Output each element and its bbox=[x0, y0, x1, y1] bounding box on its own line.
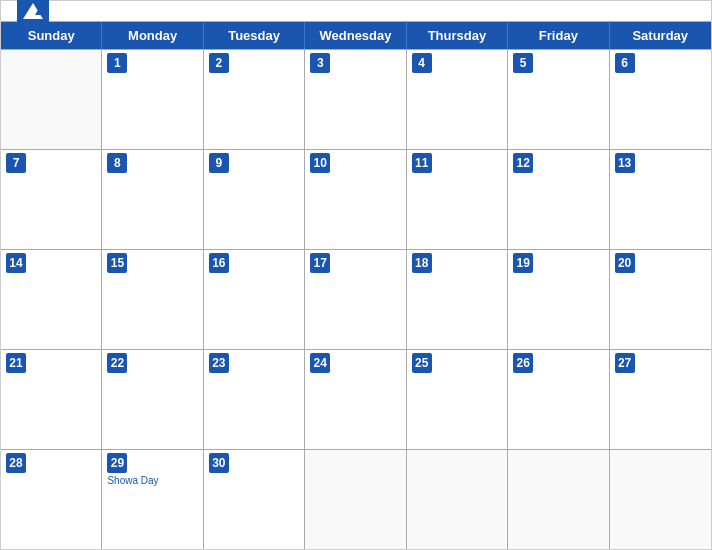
day-number: 11 bbox=[412, 153, 432, 173]
day-cell: 17 bbox=[305, 250, 406, 349]
day-cell: 15 bbox=[102, 250, 203, 349]
day-cell: 25 bbox=[407, 350, 508, 449]
day-number: 30 bbox=[209, 453, 229, 473]
day-number: 19 bbox=[513, 253, 533, 273]
day-number: 21 bbox=[6, 353, 26, 373]
day-cell: 9 bbox=[204, 150, 305, 249]
day-cell: 11 bbox=[407, 150, 508, 249]
week-row-3: 14151617181920 bbox=[1, 249, 711, 349]
day-number: 27 bbox=[615, 353, 635, 373]
day-cell bbox=[610, 450, 711, 549]
day-header-friday: Friday bbox=[508, 22, 609, 49]
day-number: 18 bbox=[412, 253, 432, 273]
day-cell: 30 bbox=[204, 450, 305, 549]
day-cell: 19 bbox=[508, 250, 609, 349]
day-number: 29 bbox=[107, 453, 127, 473]
day-cell bbox=[508, 450, 609, 549]
day-cell: 14 bbox=[1, 250, 102, 349]
day-cell bbox=[407, 450, 508, 549]
day-header-saturday: Saturday bbox=[610, 22, 711, 49]
day-number: 23 bbox=[209, 353, 229, 373]
week-row-5: 2829Showa Day30 bbox=[1, 449, 711, 549]
day-cell: 23 bbox=[204, 350, 305, 449]
day-number: 28 bbox=[6, 453, 26, 473]
day-number: 9 bbox=[209, 153, 229, 173]
calendar-grid: SundayMondayTuesdayWednesdayThursdayFrid… bbox=[1, 21, 711, 549]
day-cell: 5 bbox=[508, 50, 609, 149]
day-cell: 16 bbox=[204, 250, 305, 349]
calendar-container: SundayMondayTuesdayWednesdayThursdayFrid… bbox=[0, 0, 712, 550]
day-cell: 8 bbox=[102, 150, 203, 249]
day-number: 14 bbox=[6, 253, 26, 273]
day-cell bbox=[1, 50, 102, 149]
day-header-tuesday: Tuesday bbox=[204, 22, 305, 49]
day-cell: 2 bbox=[204, 50, 305, 149]
day-number: 7 bbox=[6, 153, 26, 173]
day-cell: 1 bbox=[102, 50, 203, 149]
day-number: 24 bbox=[310, 353, 330, 373]
logo bbox=[17, 0, 53, 27]
day-cell: 24 bbox=[305, 350, 406, 449]
day-number: 10 bbox=[310, 153, 330, 173]
day-cell: 29Showa Day bbox=[102, 450, 203, 549]
day-number: 2 bbox=[209, 53, 229, 73]
day-header-wednesday: Wednesday bbox=[305, 22, 406, 49]
day-cell: 3 bbox=[305, 50, 406, 149]
day-cell: 12 bbox=[508, 150, 609, 249]
day-headers-row: SundayMondayTuesdayWednesdayThursdayFrid… bbox=[1, 22, 711, 49]
day-cell bbox=[305, 450, 406, 549]
day-number: 26 bbox=[513, 353, 533, 373]
day-number: 8 bbox=[107, 153, 127, 173]
day-number: 16 bbox=[209, 253, 229, 273]
day-cell: 4 bbox=[407, 50, 508, 149]
day-number: 17 bbox=[310, 253, 330, 273]
day-cell: 6 bbox=[610, 50, 711, 149]
day-cell: 20 bbox=[610, 250, 711, 349]
holiday-label: Showa Day bbox=[107, 475, 197, 486]
day-cell: 26 bbox=[508, 350, 609, 449]
calendar-header bbox=[1, 1, 711, 21]
day-number: 13 bbox=[615, 153, 635, 173]
day-number: 4 bbox=[412, 53, 432, 73]
day-cell: 18 bbox=[407, 250, 508, 349]
logo-icon bbox=[17, 0, 49, 27]
day-number: 6 bbox=[615, 53, 635, 73]
day-header-monday: Monday bbox=[102, 22, 203, 49]
day-cell: 22 bbox=[102, 350, 203, 449]
day-cell: 28 bbox=[1, 450, 102, 549]
day-cell: 27 bbox=[610, 350, 711, 449]
day-number: 15 bbox=[107, 253, 127, 273]
day-number: 22 bbox=[107, 353, 127, 373]
day-number: 20 bbox=[615, 253, 635, 273]
weeks-container: 1234567891011121314151617181920212223242… bbox=[1, 49, 711, 549]
day-header-thursday: Thursday bbox=[407, 22, 508, 49]
week-row-1: 123456 bbox=[1, 49, 711, 149]
day-number: 12 bbox=[513, 153, 533, 173]
week-row-2: 78910111213 bbox=[1, 149, 711, 249]
day-cell: 21 bbox=[1, 350, 102, 449]
day-number: 1 bbox=[107, 53, 127, 73]
day-number: 3 bbox=[310, 53, 330, 73]
day-cell: 7 bbox=[1, 150, 102, 249]
week-row-4: 21222324252627 bbox=[1, 349, 711, 449]
day-cell: 10 bbox=[305, 150, 406, 249]
day-cell: 13 bbox=[610, 150, 711, 249]
day-number: 25 bbox=[412, 353, 432, 373]
day-number: 5 bbox=[513, 53, 533, 73]
